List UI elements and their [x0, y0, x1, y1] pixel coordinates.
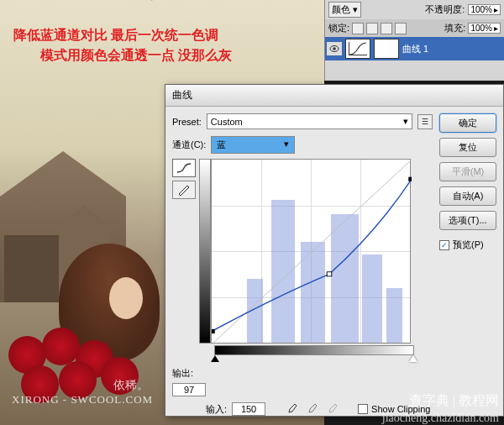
lock-transparency-icon[interactable]	[352, 23, 364, 34]
input-value-input[interactable]: 150	[232, 402, 265, 416]
watermark-url: XIRONG - SWCOOL.COM	[12, 393, 153, 407]
channel-value: 蓝	[217, 139, 226, 151]
channel-dropdown[interactable]: 蓝 ▾	[211, 136, 295, 154]
chevron-down-icon: ▾	[403, 116, 408, 127]
chevron-right-icon: ▸	[494, 24, 498, 33]
svg-rect-3	[327, 272, 332, 276]
output-gradient	[199, 159, 211, 344]
curve-pencil-tool[interactable]	[172, 181, 196, 199]
fill-input[interactable]: 100% ▸	[468, 23, 501, 34]
chevron-right-icon: ▸	[494, 5, 498, 14]
layer-thumb-curves[interactable]	[345, 39, 370, 59]
svg-point-1	[333, 47, 336, 50]
curve-svg	[212, 160, 412, 344]
preview-label: 预览(P)	[453, 239, 484, 251]
eyedropper-icon	[307, 403, 319, 415]
layers-panel: 颜色 ▾ 不透明度: 100% ▸ 锁定: 填充: 100% ▸ 曲线 1	[324, 0, 504, 81]
pencil-icon	[176, 183, 192, 197]
svg-rect-5	[408, 177, 412, 181]
cancel-button[interactable]: 复位	[439, 138, 496, 157]
site-watermark-url: jiaocheng.chazidian.com	[382, 412, 499, 425]
input-gradient	[214, 345, 414, 355]
lock-pixels-icon[interactable]	[366, 23, 378, 34]
blend-mode-value: 颜色	[332, 3, 350, 16]
curves-graph[interactable]	[211, 159, 411, 344]
annotation-line-2: 模式用颜色会通透一点 没那么灰	[40, 47, 232, 65]
white-point-slider[interactable]	[409, 355, 417, 362]
opacity-input[interactable]: 100% ▸	[468, 4, 501, 15]
channel-label: 通道(C):	[172, 139, 206, 151]
lock-label: 锁定:	[328, 22, 349, 34]
curve-tool-icon	[176, 161, 192, 175]
ok-button[interactable]: 确定	[439, 113, 496, 133]
gray-eyedropper[interactable]	[306, 401, 321, 417]
preset-dropdown[interactable]: Custom ▾	[207, 113, 412, 129]
watermark-name: 依稀。	[113, 378, 149, 393]
auto-button[interactable]: 自动(A)	[439, 186, 496, 206]
eye-icon	[329, 45, 339, 53]
svg-line-2	[212, 160, 412, 344]
chevron-down-icon: ▾	[284, 139, 289, 151]
preset-value: Custom	[211, 117, 243, 127]
menu-icon: ☰	[422, 118, 428, 126]
black-point-slider[interactable]	[211, 355, 219, 362]
lock-position-icon[interactable]	[381, 23, 392, 34]
layer-name-label: 曲线 1	[402, 43, 428, 55]
smooth-button[interactable]: 平滑(M)	[439, 162, 496, 181]
annotation-line-1: 降低蓝通道对比 最后一次统一色调	[13, 27, 218, 45]
output-label: 输出:	[172, 367, 193, 380]
curves-dialog: 曲线 Preset: Custom ▾ ☰ 通道(C): 蓝 ▾	[165, 84, 504, 417]
dialog-titlebar[interactable]: 曲线	[165, 85, 503, 107]
visibility-toggle[interactable]	[327, 42, 342, 55]
preset-label: Preset:	[172, 117, 202, 127]
layer-thumb-mask[interactable]	[374, 39, 399, 59]
photo-roses	[0, 319, 168, 425]
curves-icon	[346, 39, 370, 58]
fill-label: 填充:	[444, 22, 465, 34]
curve-point-tool[interactable]	[172, 159, 196, 177]
eyedropper-icon	[287, 403, 299, 415]
white-eyedropper[interactable]	[326, 401, 341, 417]
chevron-down-icon: ▾	[353, 4, 358, 15]
opacity-label: 不透明度:	[425, 3, 465, 16]
svg-rect-4	[212, 329, 215, 333]
dialog-title: 曲线	[172, 88, 192, 102]
options-button[interactable]: 选项(T)...	[439, 211, 496, 230]
input-label: 输入:	[206, 403, 227, 416]
preset-menu-button[interactable]: ☰	[417, 114, 433, 129]
black-eyedropper[interactable]	[286, 401, 301, 417]
preview-checkbox[interactable]: ✓	[439, 240, 449, 250]
eyedropper-icon	[328, 403, 339, 415]
output-value-input[interactable]: 97	[172, 383, 206, 396]
lock-all-icon[interactable]	[395, 23, 407, 34]
site-watermark-title: 查字典 | 教程网	[409, 392, 499, 410]
show-clipping-checkbox[interactable]	[358, 404, 368, 414]
blend-mode-dropdown[interactable]: 颜色 ▾	[328, 2, 361, 18]
layer-row-curves[interactable]: 曲线 1	[325, 37, 504, 60]
